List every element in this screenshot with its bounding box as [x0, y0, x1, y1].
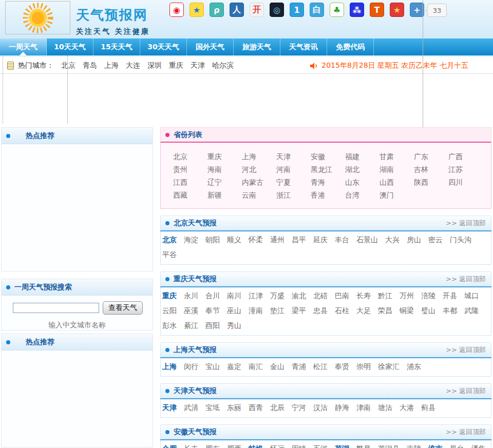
nav-tab[interactable]: 旅游天气: [234, 38, 280, 55]
province-link[interactable]: 湖南: [380, 163, 414, 176]
city-link[interactable]: 巴南: [335, 288, 349, 303]
city-link[interactable]: 长丰: [184, 441, 198, 448]
hot-city-link[interactable]: 北京: [61, 61, 75, 70]
province-link[interactable]: 福建: [345, 150, 380, 163]
city-link[interactable]: 天津: [162, 400, 177, 415]
city-link[interactable]: 奉贤: [335, 359, 349, 374]
city-link[interactable]: 合肥: [162, 441, 177, 448]
city-link[interactable]: 长寿: [356, 288, 371, 303]
city-link[interactable]: 北京: [162, 232, 177, 247]
city-link[interactable]: 宁河: [292, 400, 306, 415]
back-to-top-link[interactable]: >> 返回顶部: [446, 345, 486, 355]
tencent-pengyou-icon[interactable]: ◎: [270, 3, 284, 17]
tencent-weibo-icon[interactable]: ρ: [210, 3, 224, 17]
nav-tab[interactable]: 30天天气: [140, 38, 187, 55]
nav-tab[interactable]: 15天天气: [93, 38, 140, 55]
nav-tab[interactable]: 天气资讯: [280, 38, 327, 55]
province-link[interactable]: 天津: [276, 150, 311, 163]
city-link[interactable]: 永川: [184, 288, 198, 303]
city-link[interactable]: 合川: [205, 288, 220, 303]
city-link[interactable]: 綦江: [184, 318, 198, 333]
province-link[interactable]: 甘肃: [380, 150, 414, 163]
city-link[interactable]: 金山: [270, 359, 285, 374]
province-link[interactable]: 重庆: [207, 150, 242, 163]
city-link[interactable]: 巫山: [227, 303, 241, 318]
province-link[interactable]: 贵州: [173, 163, 207, 176]
city-link[interactable]: 松江: [313, 359, 328, 374]
city-link[interactable]: 芜湖县: [378, 441, 400, 448]
nav-tab[interactable]: 免费代码: [327, 38, 374, 55]
city-link[interactable]: 五河: [313, 441, 328, 448]
city-link[interactable]: 宝坻: [205, 400, 220, 415]
province-link[interactable]: 澳门: [380, 189, 414, 202]
province-link[interactable]: 云南: [242, 189, 276, 202]
city-link[interactable]: 潼南: [249, 303, 263, 318]
province-link[interactable]: 上海: [242, 150, 276, 163]
share-more-icon[interactable]: +: [410, 3, 424, 17]
province-link[interactable]: 广东: [414, 150, 448, 163]
city-link[interactable]: 丰都: [443, 303, 457, 318]
city-link[interactable]: 垫江: [270, 303, 285, 318]
city-link[interactable]: 潘集: [471, 441, 486, 448]
city-link[interactable]: 丰台: [335, 232, 349, 247]
hot-city-link[interactable]: 深圳: [147, 61, 162, 70]
province-link[interactable]: 西藏: [173, 189, 207, 202]
city-link[interactable]: 北碚: [313, 288, 328, 303]
city-link[interactable]: 崇明: [356, 359, 371, 374]
city-link[interactable]: 汉沽: [313, 400, 328, 415]
hot-city-link[interactable]: 天津: [191, 61, 205, 70]
province-link[interactable]: 安徽: [311, 150, 345, 163]
hot-city-link[interactable]: 上海: [104, 61, 119, 70]
kaixin-icon[interactable]: 开: [250, 3, 264, 17]
city-link[interactable]: 大兴: [385, 232, 400, 247]
hot-city-link[interactable]: 哈尔滨: [212, 61, 234, 70]
province-link[interactable]: 河北: [242, 163, 276, 176]
city-link[interactable]: 嘉定: [227, 359, 241, 374]
province-link[interactable]: 北京: [173, 150, 207, 163]
city-link[interactable]: 梁平: [292, 303, 306, 318]
province-link[interactable]: 辽宁: [207, 176, 242, 189]
city-link[interactable]: 房山: [407, 232, 421, 247]
city-link[interactable]: 武清: [184, 400, 198, 415]
province-link[interactable]: 湖北: [345, 163, 380, 176]
city-link[interactable]: 重庆: [162, 288, 177, 303]
renren-icon[interactable]: 人: [230, 3, 244, 17]
city-link[interactable]: 上海: [162, 359, 177, 374]
province-link[interactable]: 四川: [448, 176, 483, 189]
city-link[interactable]: 浦东: [407, 359, 421, 374]
speaker-icon[interactable]: [310, 63, 318, 69]
city-link[interactable]: 怀远: [270, 441, 285, 448]
city-link[interactable]: 开县: [443, 288, 457, 303]
city-link[interactable]: 酉阳: [205, 318, 220, 333]
city-link[interactable]: 塘沽: [378, 400, 392, 415]
province-link[interactable]: 内蒙古: [242, 176, 276, 189]
province-link[interactable]: 陕西: [414, 176, 448, 189]
city-link[interactable]: 淮南: [428, 441, 443, 448]
province-link[interactable]: 青海: [311, 176, 345, 189]
city-link[interactable]: 大港: [400, 400, 414, 415]
city-link[interactable]: 万盛: [270, 288, 285, 303]
city-link[interactable]: 津南: [356, 400, 371, 415]
city-link[interactable]: 肥东: [205, 441, 220, 448]
city-link[interactable]: 渝北: [292, 288, 306, 303]
province-link[interactable]: 海南: [207, 163, 242, 176]
city-link[interactable]: 南川: [227, 288, 241, 303]
back-to-top-link[interactable]: >> 返回顶部: [446, 219, 486, 228]
city-link[interactable]: 黔江: [378, 288, 392, 303]
city-link[interactable]: 海淀: [184, 232, 198, 247]
province-link[interactable]: 山西: [380, 176, 414, 189]
back-to-top-link[interactable]: >> 返回顶部: [446, 275, 486, 284]
back-to-top-link[interactable]: >> 返回顶部: [446, 427, 486, 437]
province-link[interactable]: 江西: [173, 176, 207, 189]
province-link[interactable]: 香港: [311, 189, 345, 202]
province-link[interactable]: 河南: [276, 163, 311, 176]
city-link[interactable]: 铜梁: [400, 303, 414, 318]
province-link[interactable]: 新疆: [207, 189, 242, 202]
province-link[interactable]: 吉林: [414, 163, 448, 176]
city-link[interactable]: 巫溪: [184, 303, 198, 318]
city-link[interactable]: 蓟县: [421, 400, 435, 415]
city-link[interactable]: 石景山: [356, 232, 378, 247]
city-link[interactable]: 青浦: [292, 359, 306, 374]
city-link[interactable]: 大足: [356, 303, 371, 318]
yixun-one-icon[interactable]: 1: [290, 3, 304, 17]
